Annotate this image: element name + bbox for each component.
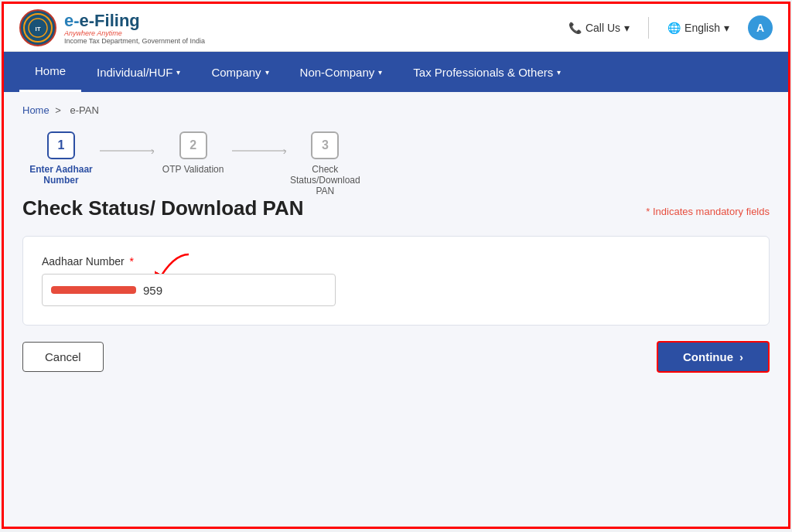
chevron-down-company: ▾ [265,68,269,77]
form-title: Check Status/ Download PAN [22,196,304,220]
svg-text:IT: IT [35,26,40,32]
step-2-number: 2 [189,138,196,152]
cancel-button[interactable]: Cancel [22,342,104,372]
nav-individual-label: Individual/HUF [97,66,172,79]
breadcrumb-home[interactable]: Home [22,104,50,116]
page-frame: IT e-e-Filing Anywhere Anytime Income Ta… [2,2,790,529]
header-right: 📞 Call Us ▾ 🌐 English ▾ A [562,15,773,40]
nav-item-home[interactable]: Home [19,52,81,92]
nav-item-noncompany[interactable]: Non-Company ▾ [285,52,398,92]
call-us-button[interactable]: 📞 Call Us ▾ [562,19,636,37]
step-2-circle: 2 [179,131,207,159]
step-3: 3 Check Status/Download PAN [286,131,364,196]
language-label: English [684,22,720,34]
nav-company-label: Company [211,66,261,79]
connector-line-1 [100,150,154,152]
connector-line-2 [232,150,286,152]
nav-tax-label: Tax Professionals & Others [413,66,553,79]
chevron-down-tax: ▾ [557,68,561,77]
step-1-number: 1 [58,138,65,152]
navbar: Home Individual/HUF ▾ Company ▾ Non-Comp… [4,52,788,92]
chevron-down-noncompany: ▾ [378,68,382,77]
aadhaar-input-wrapper [42,274,336,306]
nav-item-company[interactable]: Company ▾ [196,52,284,92]
globe-icon: 🌐 [667,22,681,34]
logo-emblem: IT [19,9,56,46]
continue-button[interactable]: Continue › [657,341,770,373]
breadcrumb-current: e-PAN [70,104,99,116]
nav-item-individual[interactable]: Individual/HUF ▾ [81,52,196,92]
form-card: Aadhaar Number * [22,236,770,326]
breadcrumb: Home > e-PAN [22,104,770,116]
chevron-down-individual: ▾ [176,68,180,77]
logo-text-area: e-e-Filing Anywhere Anytime Income Tax D… [64,11,205,45]
breadcrumb-separator: > [55,104,61,116]
step-2-label: OTP Validation [162,164,224,175]
actions-row: Cancel Continue › [22,341,770,373]
required-star: * [130,255,134,268]
chevron-down-icon: ▾ [624,22,630,34]
step-3-number: 3 [322,138,329,152]
header-divider [648,17,649,39]
mandatory-note: * Indicates mandatory fields [646,206,770,217]
connector-1-2: › [100,145,155,157]
step-1-label: Enter Aadhaar Number [22,164,100,186]
step-3-label: Check Status/Download PAN [286,164,364,196]
language-button[interactable]: 🌐 English ▾ [661,19,736,37]
logo-title: e-e-Filing [64,11,205,31]
call-us-label: Call Us [585,22,620,34]
chevron-down-icon-lang: ▾ [724,22,729,34]
nav-item-tax-professionals[interactable]: Tax Professionals & Others ▾ [398,52,576,92]
phone-icon: 📞 [568,22,582,34]
nav-home-label: Home [35,64,66,77]
logo-department: Income Tax Department, Government of Ind… [64,37,205,45]
aadhaar-input[interactable] [42,274,336,306]
step-1-circle: 1 [47,131,75,159]
logo-area: IT e-e-Filing Anywhere Anytime Income Ta… [19,9,205,46]
aadhaar-label: Aadhaar Number * [42,255,750,268]
steps-container: 1 Enter Aadhaar Number › 2 OTP Validatio… [22,131,770,196]
avatar[interactable]: A [748,15,773,40]
step-1: 1 Enter Aadhaar Number [22,131,100,186]
aadhaar-label-text: Aadhaar Number [42,255,125,268]
logo-subtitle: Anywhere Anytime [64,29,205,37]
connector-2-3: › [232,145,287,157]
nav-noncompany-label: Non-Company [300,66,375,79]
step-3-circle: 3 [311,131,339,159]
continue-label: Continue [683,350,733,363]
step-2: 2 OTP Validation [155,131,232,175]
header: IT e-e-Filing Anywhere Anytime Income Ta… [4,4,788,52]
content-area: Home > e-PAN 1 Enter Aadhaar Number › 2 [4,92,788,527]
continue-arrow-icon: › [739,350,743,363]
